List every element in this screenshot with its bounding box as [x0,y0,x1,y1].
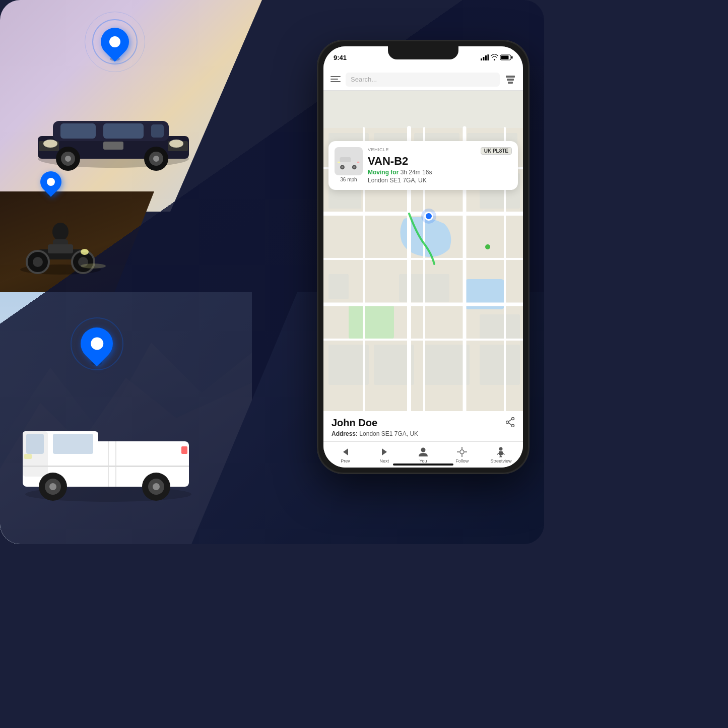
svg-point-88 [341,166,343,168]
svg-point-100 [421,447,426,452]
main-scene: 9:41 [0,0,544,544]
svg-rect-54 [511,56,513,59]
search-input[interactable]: Search... [346,73,500,87]
svg-point-8 [43,140,57,148]
svg-point-9 [169,140,183,148]
search-placeholder-text: Search... [351,76,377,83]
phone-notch [388,46,458,59]
van [15,401,202,504]
svg-rect-92 [357,162,359,163]
nav-streetview-label: Streetview [490,458,511,464]
svg-rect-4 [103,123,144,139]
vehicle-speed: 36 mph [335,177,363,182]
svg-rect-51 [488,54,489,60]
signal-icon [481,54,489,60]
next-icon [378,446,390,457]
svg-rect-64 [328,274,349,299]
svg-point-23 [33,257,43,267]
svg-point-15 [153,156,159,162]
wifi-icon [491,54,498,60]
svg-point-18 [52,223,69,241]
svg-line-109 [503,453,504,454]
nav-next[interactable]: Next [365,446,404,464]
svg-point-95 [512,425,514,427]
battery-icon [500,54,513,60]
svg-point-43 [49,483,56,490]
svg-marker-98 [343,448,348,455]
nav-follow[interactable]: Follow [443,446,482,464]
location-pin-3 [81,327,113,365]
svg-rect-57 [349,304,394,340]
svg-rect-39 [181,446,187,454]
suv-car [28,93,199,176]
nav-follow-label: Follow [455,458,469,464]
svg-point-101 [460,450,464,454]
svg-rect-47 [23,466,189,467]
svg-rect-91 [338,162,340,163]
home-indicator [393,464,453,466]
share-button[interactable] [506,417,515,429]
vehicle-label: VEHICLE [368,147,389,152]
svg-rect-40 [24,454,32,459]
nav-streetview[interactable]: Streetview [482,446,520,464]
svg-rect-49 [483,57,485,60]
svg-rect-70 [480,314,520,340]
svg-point-93 [512,418,514,420]
vehicle-thumbnail [335,147,363,175]
bottom-info-panel: John Doe Address: London SE1 7GA, UK [323,411,523,441]
destination-dot [485,244,490,249]
svg-rect-3 [60,123,96,139]
vehicle-card: 36 mph VEHICLE UK PL8TE VAN-B2 Moving fo… [328,141,518,190]
svg-point-12 [65,156,71,162]
nav-you[interactable]: You [404,446,442,464]
svg-rect-16 [103,142,123,150]
vehicle-status: Moving for 3h 24m 16s [368,169,512,176]
svg-point-46 [153,483,160,490]
person-address: Address: London SE1 7GA, UK [332,430,515,437]
vehicle-name: VAN-B2 [368,156,512,167]
menu-icon[interactable] [330,76,341,83]
status-icons [481,54,513,60]
phone-screen: 9:41 [323,46,523,468]
svg-rect-36 [53,434,93,454]
person-name: John Doe [332,417,515,429]
nav-prev[interactable]: Prev [326,446,365,464]
svg-rect-53 [501,56,509,59]
you-person-icon [417,446,429,457]
svg-rect-69 [480,345,520,385]
svg-rect-50 [485,55,487,60]
prev-icon [340,446,352,457]
vehicle-dot [424,212,433,221]
svg-line-96 [508,419,512,422]
svg-rect-35 [26,434,44,454]
svg-rect-21 [48,244,73,253]
svg-line-108 [497,453,499,454]
follow-crosshair-icon [456,446,468,457]
svg-point-90 [353,166,355,168]
svg-point-106 [499,447,503,450]
location-pin-1 [101,28,129,61]
svg-rect-107 [499,451,503,455]
vehicle-info: VEHICLE UK PL8TE VAN-B2 Moving for 3h 24… [368,147,512,184]
phone-device: 9:41 [317,40,529,474]
svg-point-26 [81,249,89,255]
svg-rect-48 [481,58,482,60]
svg-rect-86 [340,157,351,162]
nav-next-label: Next [380,458,389,464]
svg-line-97 [508,423,512,425]
bottom-nav: Prev Next [323,441,523,468]
vehicle-address: London SE1 7GA, UK [368,177,512,184]
layers-icon[interactable] [505,74,516,85]
svg-point-27 [81,263,106,269]
motorcycle [10,207,111,279]
streetview-person-icon [495,446,507,457]
nav-prev-label: Prev [341,458,350,464]
search-bar[interactable]: Search... [323,69,523,91]
svg-marker-99 [382,448,387,455]
nav-you-label: You [419,458,427,464]
svg-point-94 [506,421,509,424]
vehicle-plate: UK PL8TE [481,147,512,155]
svg-rect-5 [151,124,164,138]
